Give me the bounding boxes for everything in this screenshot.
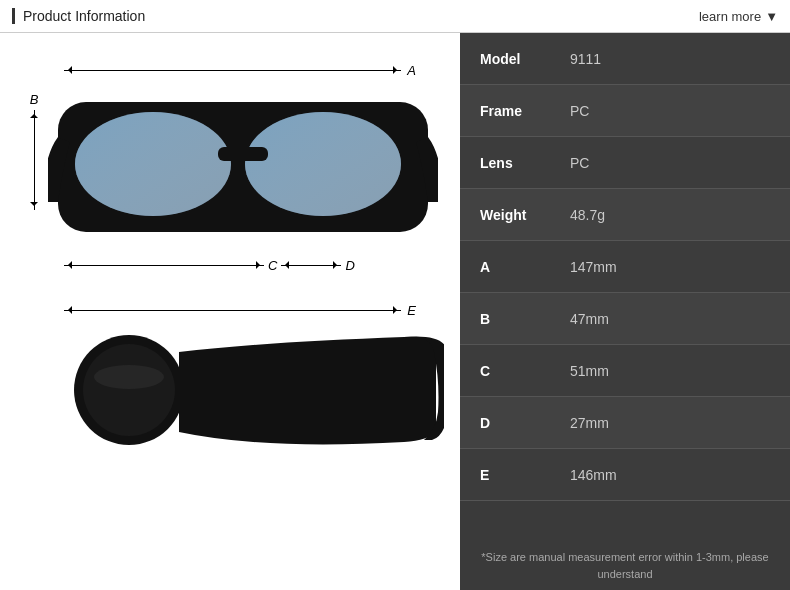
front-sunglasses-image	[48, 82, 440, 256]
spec-table: Model9111FramePCLensPCWeight48.7gA147mmB…	[460, 33, 790, 541]
dimension-a-row: A	[64, 63, 422, 78]
dim-b-label: B	[30, 92, 39, 107]
d-arrow-right	[333, 261, 341, 269]
spec-row: A147mm	[460, 241, 790, 293]
specs-panel: Model9111FramePCLensPCWeight48.7gA147mmB…	[460, 33, 790, 590]
spec-row: E146mm	[460, 449, 790, 501]
spec-row: B47mm	[460, 293, 790, 345]
spec-value: 27mm	[570, 415, 609, 431]
svg-point-7	[83, 344, 175, 436]
spec-value: 47mm	[570, 311, 609, 327]
arrow-left	[64, 66, 72, 74]
spec-value: 146mm	[570, 467, 617, 483]
spec-row: Weight48.7g	[460, 189, 790, 241]
spec-label: Frame	[480, 103, 570, 119]
spec-label: D	[480, 415, 570, 431]
side-sunglasses-image	[64, 322, 422, 466]
dim-c-line	[64, 265, 264, 266]
b-arrow-top	[30, 110, 38, 118]
dim-e-line	[64, 310, 401, 311]
spec-footer: *Size are manual measurement error withi…	[460, 541, 790, 590]
learn-more-button[interactable]: learn more ▼	[699, 9, 778, 24]
dim-d-label: D	[341, 258, 358, 273]
front-view-container: A B	[20, 63, 440, 273]
learn-more-label: learn more	[699, 9, 761, 24]
c-arrow-left	[64, 261, 72, 269]
page-title: Product Information	[12, 8, 145, 24]
e-arrow-right	[393, 306, 401, 314]
dim-c-label: C	[264, 258, 281, 273]
spec-value: PC	[570, 155, 589, 171]
spec-value: 9111	[570, 51, 601, 67]
spec-label: B	[480, 311, 570, 327]
svg-point-8	[94, 365, 164, 389]
dim-d-line	[281, 265, 341, 266]
spec-row: C51mm	[460, 345, 790, 397]
spec-label: Lens	[480, 155, 570, 171]
spec-label: C	[480, 363, 570, 379]
title-text: Product Information	[23, 8, 145, 24]
c-arrow-right	[256, 261, 264, 269]
spec-value: 51mm	[570, 363, 609, 379]
dropdown-icon: ▼	[765, 9, 778, 24]
arrow-right	[393, 66, 401, 74]
spec-row: FramePC	[460, 85, 790, 137]
side-svg	[64, 322, 444, 462]
e-arrow-left	[64, 306, 72, 314]
dimension-cd-row: C D	[64, 258, 422, 273]
side-view-container: E	[20, 303, 440, 466]
dim-a-label: A	[401, 63, 422, 78]
spec-value: PC	[570, 103, 589, 119]
spec-label: E	[480, 467, 570, 483]
front-view-row: B	[20, 82, 440, 256]
dimension-e-row: E	[64, 303, 422, 318]
product-images-panel: A B	[0, 33, 460, 590]
spec-row: D27mm	[460, 397, 790, 449]
spec-row: Model9111	[460, 33, 790, 85]
page-header: Product Information learn more ▼	[0, 0, 790, 33]
spec-label: Weight	[480, 207, 570, 223]
dimension-b-col: B	[20, 92, 48, 210]
b-arrow-bottom	[30, 202, 38, 210]
d-arrow-left	[281, 261, 289, 269]
spec-value: 147mm	[570, 259, 617, 275]
front-svg	[48, 82, 438, 252]
svg-point-2	[75, 112, 231, 216]
spec-label: Model	[480, 51, 570, 67]
spec-row: LensPC	[460, 137, 790, 189]
dim-a-line	[64, 70, 401, 71]
spec-value: 48.7g	[570, 207, 605, 223]
svg-rect-5	[218, 147, 268, 161]
dim-b-line	[34, 110, 35, 210]
footer-note: *Size are manual measurement error withi…	[481, 551, 768, 580]
main-content: A B	[0, 33, 790, 590]
svg-point-4	[245, 112, 401, 216]
dim-e-label: E	[401, 303, 422, 318]
spec-label: A	[480, 259, 570, 275]
